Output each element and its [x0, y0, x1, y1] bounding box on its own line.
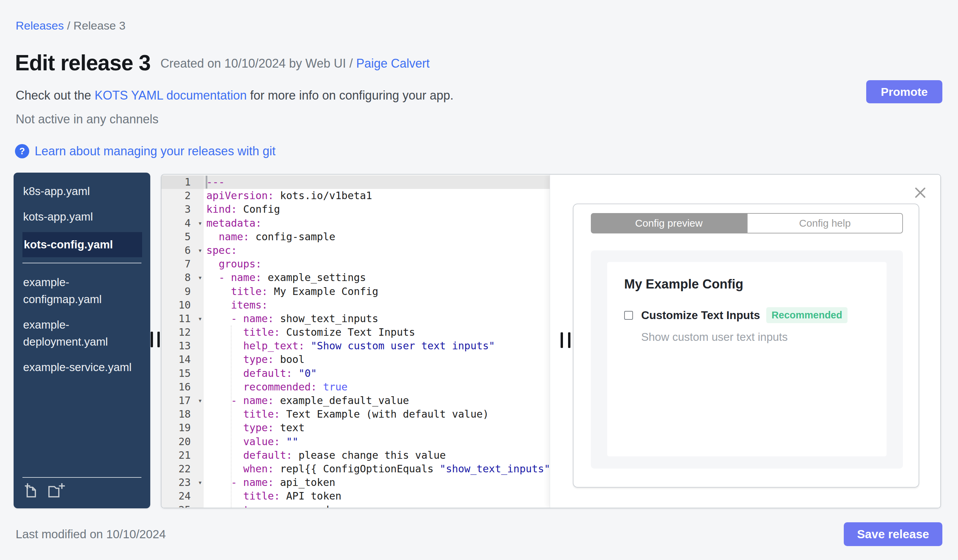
code-line[interactable]: 14 type: bool — [162, 353, 550, 366]
fold-arrow-icon[interactable]: ▾ — [198, 476, 202, 489]
code-text[interactable]: spec: — [204, 244, 550, 257]
file-item-example-service-yaml[interactable]: example-service.yaml — [14, 359, 150, 376]
code-text[interactable]: metadata: — [204, 217, 550, 230]
code-line[interactable]: 13 help_text: "Show custom user text inp… — [162, 339, 550, 353]
code-text[interactable]: - name: example_default_value — [204, 394, 550, 407]
code-line[interactable]: 4▾metadata: — [162, 217, 550, 230]
file-item-example-configmap-yaml[interactable]: example-configmap.yaml — [14, 274, 150, 308]
code-text[interactable]: - name: example_settings — [204, 271, 550, 285]
option-checkbox[interactable] — [624, 311, 633, 320]
code-line[interactable]: 3kind: Config — [162, 202, 550, 216]
code-text[interactable]: type: bool — [204, 353, 550, 366]
fold-arrow-icon[interactable]: ▾ — [198, 244, 202, 257]
code-line[interactable]: 10 items: — [162, 298, 550, 312]
code-text[interactable]: when: repl{{ ConfigOptionEquals "show_te… — [204, 462, 550, 476]
preview-resize-handle-bar[interactable] — [568, 332, 571, 348]
line-number[interactable]: 24 — [162, 489, 204, 503]
code-text[interactable]: items: — [204, 298, 550, 312]
line-number[interactable]: 21 — [162, 449, 204, 462]
code-line[interactable]: 2apiVersion: kots.io/v1beta1 — [162, 189, 550, 202]
code-line[interactable]: 11▾ - name: show_text_inputs — [162, 312, 550, 326]
code-line[interactable]: 22 when: repl{{ ConfigOptionEquals "show… — [162, 462, 550, 476]
code-text[interactable]: title: My Example Config — [204, 285, 550, 298]
line-number[interactable]: 11▾ — [162, 312, 204, 326]
code-text[interactable]: title: Customize Text Inputs — [204, 326, 550, 339]
line-number[interactable]: 3 — [162, 202, 204, 216]
sidebar-resize-handle-bar[interactable] — [157, 332, 160, 347]
line-number[interactable]: 14 — [162, 353, 204, 366]
add-file-icon[interactable] — [24, 483, 40, 500]
file-item-k8s-app-yaml[interactable]: k8s-app.yaml — [14, 183, 150, 200]
code-line[interactable]: 21 default: please change this value — [162, 449, 550, 462]
tab-config-help[interactable]: Config help — [747, 213, 903, 233]
git-releases-link[interactable]: Learn about managing your releases with … — [35, 144, 275, 158]
code-line[interactable]: 19 type: text — [162, 421, 550, 435]
line-number[interactable]: 7 — [162, 257, 204, 271]
code-text[interactable]: kind: Config — [204, 202, 550, 216]
code-text[interactable]: apiVersion: kots.io/v1beta1 — [204, 189, 550, 202]
line-number[interactable]: 13 — [162, 339, 204, 353]
preview-resize-handle-bar[interactable] — [561, 332, 563, 348]
code-text[interactable]: recommended: true — [204, 380, 550, 394]
sidebar-resize-handle-bar[interactable] — [151, 332, 153, 347]
line-number[interactable]: 16 — [162, 380, 204, 394]
code-line[interactable]: 16 recommended: true — [162, 380, 550, 394]
line-number[interactable]: 12 — [162, 326, 204, 339]
code-line[interactable]: 23▾ - name: api_token — [162, 476, 550, 489]
tab-config-preview[interactable]: Config preview — [591, 213, 747, 233]
kots-yaml-docs-link[interactable]: KOTS YAML documentation — [95, 89, 247, 102]
line-number[interactable]: 18 — [162, 407, 204, 421]
question-circle-icon[interactable]: ? — [15, 144, 29, 158]
line-number[interactable]: 9 — [162, 285, 204, 298]
save-release-button[interactable]: Save release — [844, 522, 942, 546]
code-text[interactable]: groups: — [204, 257, 550, 271]
fold-arrow-icon[interactable]: ▾ — [198, 312, 202, 326]
code-line[interactable]: 5 name: config-sample — [162, 230, 550, 244]
option-label[interactable]: Customize Text Inputs — [641, 309, 760, 322]
code-line[interactable]: 9 title: My Example Config — [162, 285, 550, 298]
line-number[interactable]: 5 — [162, 230, 204, 244]
code-line[interactable]: 1--- — [162, 176, 550, 189]
code-text[interactable]: --- — [204, 176, 550, 189]
code-text[interactable]: value: "" — [204, 435, 550, 449]
fold-arrow-icon[interactable]: ▾ — [198, 394, 202, 407]
file-item-kots-app-yaml[interactable]: kots-app.yaml — [14, 208, 150, 225]
code-line[interactable]: 18 title: Text Example (with default val… — [162, 407, 550, 421]
line-number[interactable]: 10 — [162, 298, 204, 312]
file-item-example-deployment-yaml[interactable]: example-deployment.yaml — [14, 316, 150, 350]
line-number[interactable]: 25 — [162, 503, 204, 508]
code-line[interactable]: 24 title: API token — [162, 489, 550, 503]
file-item-kots-config-yaml[interactable]: kots-config.yaml — [22, 232, 142, 257]
code-line[interactable]: 20 value: "" — [162, 435, 550, 449]
promote-button[interactable]: Promote — [866, 80, 942, 103]
code-text[interactable]: name: config-sample — [204, 230, 550, 244]
line-number[interactable]: 15 — [162, 367, 204, 380]
line-number[interactable]: 4▾ — [162, 217, 204, 230]
fold-arrow-icon[interactable]: ▾ — [198, 271, 202, 285]
code-line[interactable]: 6▾spec: — [162, 244, 550, 257]
code-text[interactable]: help_text: "Show custom user text inputs… — [204, 339, 550, 353]
line-number[interactable]: 6▾ — [162, 244, 204, 257]
close-icon[interactable] — [915, 187, 926, 198]
code-line[interactable]: 17▾ - name: example_default_value — [162, 394, 550, 407]
code-text[interactable]: - name: show_text_inputs — [204, 312, 550, 326]
yaml-editor[interactable]: 1---2apiVersion: kots.io/v1beta13kind: C… — [162, 175, 550, 508]
line-number[interactable]: 23▾ — [162, 476, 204, 489]
code-text[interactable]: - name: api_token — [204, 476, 550, 489]
code-text[interactable]: default: please change this value — [204, 449, 550, 462]
line-number[interactable]: 22 — [162, 462, 204, 476]
line-number[interactable]: 20 — [162, 435, 204, 449]
code-text[interactable]: title: API token — [204, 489, 550, 503]
line-number[interactable]: 17▾ — [162, 394, 204, 407]
code-text[interactable]: default: "0" — [204, 367, 550, 380]
code-line[interactable]: 25 type: password — [162, 503, 550, 508]
line-number[interactable]: 8▾ — [162, 271, 204, 285]
code-text[interactable]: type: text — [204, 421, 550, 435]
fold-arrow-icon[interactable]: ▾ — [198, 217, 202, 230]
line-number[interactable]: 19 — [162, 421, 204, 435]
breadcrumb-releases-link[interactable]: Releases — [16, 19, 64, 32]
line-number[interactable]: 2 — [162, 189, 204, 202]
author-link[interactable]: Paige Calvert — [356, 56, 430, 70]
code-text[interactable]: title: Text Example (with default value) — [204, 407, 550, 421]
code-text[interactable]: type: password — [204, 503, 550, 508]
